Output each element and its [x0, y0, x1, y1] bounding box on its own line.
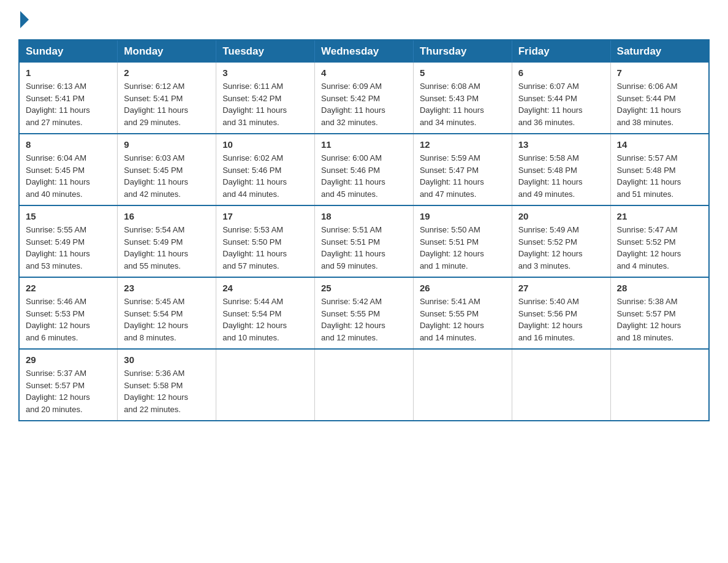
- calendar-cell: [216, 349, 315, 421]
- calendar-cell: 23 Sunrise: 5:45 AMSunset: 5:54 PMDaylig…: [118, 277, 216, 349]
- page-header: [18, 12, 710, 29]
- calendar-cell: 12 Sunrise: 5:59 AMSunset: 5:47 PMDaylig…: [413, 134, 512, 205]
- calendar-cell: 24 Sunrise: 5:44 AMSunset: 5:54 PMDaylig…: [216, 277, 315, 349]
- calendar-cell: 20 Sunrise: 5:49 AMSunset: 5:52 PMDaylig…: [512, 205, 610, 277]
- calendar-cell: 17 Sunrise: 5:53 AMSunset: 5:50 PMDaylig…: [216, 205, 315, 277]
- calendar-cell: 15 Sunrise: 5:55 AMSunset: 5:49 PMDaylig…: [19, 205, 118, 277]
- day-number: 1: [26, 67, 111, 78]
- day-number: 18: [321, 211, 407, 221]
- day-number: 14: [617, 139, 702, 150]
- day-info: Sunrise: 5:36 AMSunset: 5:58 PMDaylight:…: [124, 367, 210, 415]
- calendar-cell: [315, 349, 414, 421]
- day-number: 2: [124, 67, 210, 78]
- day-number: 11: [321, 139, 407, 150]
- day-info: Sunrise: 5:57 AMSunset: 5:48 PMDaylight:…: [617, 152, 702, 200]
- day-number: 7: [617, 67, 702, 78]
- calendar-week-row: 1 Sunrise: 6:13 AMSunset: 5:41 PMDayligh…: [19, 63, 709, 134]
- day-number: 22: [26, 283, 111, 293]
- day-info: Sunrise: 5:58 AMSunset: 5:48 PMDaylight:…: [518, 152, 604, 200]
- day-number: 3: [222, 67, 308, 78]
- calendar-cell: [413, 349, 512, 421]
- calendar-header-wednesday: Wednesday: [315, 40, 414, 63]
- day-number: 5: [420, 67, 506, 78]
- day-number: 13: [518, 139, 604, 150]
- day-info: Sunrise: 5:55 AMSunset: 5:49 PMDaylight:…: [26, 224, 111, 272]
- calendar-cell: 28 Sunrise: 5:38 AMSunset: 5:57 PMDaylig…: [610, 277, 709, 349]
- day-info: Sunrise: 5:59 AMSunset: 5:47 PMDaylight:…: [420, 152, 506, 200]
- calendar-week-row: 8 Sunrise: 6:04 AMSunset: 5:45 PMDayligh…: [19, 134, 709, 205]
- calendar-cell: 9 Sunrise: 6:03 AMSunset: 5:45 PMDayligh…: [118, 134, 216, 205]
- day-info: Sunrise: 6:12 AMSunset: 5:41 PMDaylight:…: [124, 80, 210, 128]
- day-info: Sunrise: 5:46 AMSunset: 5:53 PMDaylight:…: [26, 296, 111, 343]
- day-number: 8: [26, 139, 111, 150]
- day-info: Sunrise: 5:41 AMSunset: 5:55 PMDaylight:…: [420, 296, 506, 343]
- calendar-week-row: 29 Sunrise: 5:37 AMSunset: 5:57 PMDaylig…: [19, 349, 709, 421]
- calendar-header-friday: Friday: [512, 40, 610, 63]
- day-info: Sunrise: 5:50 AMSunset: 5:51 PMDaylight:…: [420, 224, 506, 272]
- calendar-cell: 10 Sunrise: 6:02 AMSunset: 5:46 PMDaylig…: [216, 134, 315, 205]
- day-number: 24: [222, 283, 308, 293]
- day-number: 20: [518, 211, 604, 221]
- day-number: 16: [124, 211, 210, 221]
- calendar-cell: [610, 349, 709, 421]
- day-info: Sunrise: 5:47 AMSunset: 5:52 PMDaylight:…: [617, 224, 702, 272]
- day-info: Sunrise: 6:00 AMSunset: 5:46 PMDaylight:…: [321, 152, 407, 200]
- calendar-cell: 4 Sunrise: 6:09 AMSunset: 5:42 PMDayligh…: [315, 63, 414, 134]
- day-number: 6: [518, 67, 604, 78]
- day-info: Sunrise: 5:40 AMSunset: 5:56 PMDaylight:…: [518, 296, 604, 343]
- calendar-table: SundayMondayTuesdayWednesdayThursdayFrid…: [18, 39, 710, 421]
- calendar-cell: 6 Sunrise: 6:07 AMSunset: 5:44 PMDayligh…: [512, 63, 610, 134]
- calendar-cell: 7 Sunrise: 6:06 AMSunset: 5:44 PMDayligh…: [610, 63, 709, 134]
- day-number: 4: [321, 67, 407, 78]
- calendar-cell: 5 Sunrise: 6:08 AMSunset: 5:43 PMDayligh…: [413, 63, 512, 134]
- calendar-cell: 19 Sunrise: 5:50 AMSunset: 5:51 PMDaylig…: [413, 205, 512, 277]
- calendar-cell: 1 Sunrise: 6:13 AMSunset: 5:41 PMDayligh…: [19, 63, 118, 134]
- day-info: Sunrise: 6:11 AMSunset: 5:42 PMDaylight:…: [222, 80, 308, 128]
- day-number: 23: [124, 283, 210, 293]
- day-info: Sunrise: 5:38 AMSunset: 5:57 PMDaylight:…: [617, 296, 702, 343]
- calendar-cell: 3 Sunrise: 6:11 AMSunset: 5:42 PMDayligh…: [216, 63, 315, 134]
- calendar-header-saturday: Saturday: [610, 40, 709, 63]
- day-number: 29: [26, 354, 111, 365]
- calendar-cell: 14 Sunrise: 5:57 AMSunset: 5:48 PMDaylig…: [610, 134, 709, 205]
- calendar-header-row: SundayMondayTuesdayWednesdayThursdayFrid…: [19, 40, 709, 63]
- day-info: Sunrise: 6:07 AMSunset: 5:44 PMDaylight:…: [518, 80, 604, 128]
- calendar-cell: 11 Sunrise: 6:00 AMSunset: 5:46 PMDaylig…: [315, 134, 414, 205]
- calendar-header-tuesday: Tuesday: [216, 40, 315, 63]
- day-info: Sunrise: 5:37 AMSunset: 5:57 PMDaylight:…: [26, 367, 111, 415]
- calendar-cell: 18 Sunrise: 5:51 AMSunset: 5:51 PMDaylig…: [315, 205, 414, 277]
- logo: [18, 12, 29, 29]
- calendar-cell: 16 Sunrise: 5:54 AMSunset: 5:49 PMDaylig…: [118, 205, 216, 277]
- day-number: 9: [124, 139, 210, 150]
- calendar-cell: 21 Sunrise: 5:47 AMSunset: 5:52 PMDaylig…: [610, 205, 709, 277]
- day-info: Sunrise: 6:06 AMSunset: 5:44 PMDaylight:…: [617, 80, 702, 128]
- calendar-cell: 29 Sunrise: 5:37 AMSunset: 5:57 PMDaylig…: [19, 349, 118, 421]
- logo-arrow-icon: [20, 11, 29, 28]
- calendar-header-thursday: Thursday: [413, 40, 512, 63]
- day-info: Sunrise: 6:02 AMSunset: 5:46 PMDaylight:…: [222, 152, 308, 200]
- day-info: Sunrise: 5:45 AMSunset: 5:54 PMDaylight:…: [124, 296, 210, 343]
- calendar-cell: 8 Sunrise: 6:04 AMSunset: 5:45 PMDayligh…: [19, 134, 118, 205]
- day-number: 19: [420, 211, 506, 221]
- day-info: Sunrise: 6:09 AMSunset: 5:42 PMDaylight:…: [321, 80, 407, 128]
- day-info: Sunrise: 5:42 AMSunset: 5:55 PMDaylight:…: [321, 296, 407, 343]
- calendar-header-sunday: Sunday: [19, 40, 118, 63]
- day-number: 15: [26, 211, 111, 221]
- day-info: Sunrise: 5:49 AMSunset: 5:52 PMDaylight:…: [518, 224, 604, 272]
- calendar-cell: 25 Sunrise: 5:42 AMSunset: 5:55 PMDaylig…: [315, 277, 414, 349]
- day-number: 10: [222, 139, 308, 150]
- day-info: Sunrise: 6:03 AMSunset: 5:45 PMDaylight:…: [124, 152, 210, 200]
- day-info: Sunrise: 5:54 AMSunset: 5:49 PMDaylight:…: [124, 224, 210, 272]
- calendar-cell: 2 Sunrise: 6:12 AMSunset: 5:41 PMDayligh…: [118, 63, 216, 134]
- day-info: Sunrise: 6:04 AMSunset: 5:45 PMDaylight:…: [26, 152, 111, 200]
- day-number: 27: [518, 283, 604, 293]
- calendar-week-row: 15 Sunrise: 5:55 AMSunset: 5:49 PMDaylig…: [19, 205, 709, 277]
- calendar-header-monday: Monday: [118, 40, 216, 63]
- day-info: Sunrise: 5:44 AMSunset: 5:54 PMDaylight:…: [222, 296, 308, 343]
- day-number: 25: [321, 283, 407, 293]
- day-number: 12: [420, 139, 506, 150]
- day-number: 28: [617, 283, 702, 293]
- calendar-cell: 27 Sunrise: 5:40 AMSunset: 5:56 PMDaylig…: [512, 277, 610, 349]
- day-info: Sunrise: 5:51 AMSunset: 5:51 PMDaylight:…: [321, 224, 407, 272]
- day-number: 26: [420, 283, 506, 293]
